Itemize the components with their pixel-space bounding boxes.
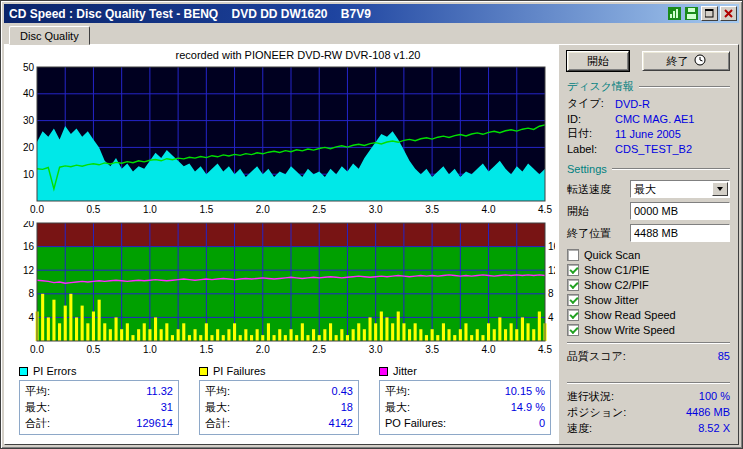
- po-failures-value: 0: [539, 417, 545, 429]
- tab-label: Disc Quality: [20, 30, 79, 42]
- quality-score-label: 品質スコア:: [567, 349, 626, 364]
- stats-row: PI Errors 平均:11.32 最大:31 合計:129614 PI Fa…: [11, 364, 559, 435]
- checkbox-box[interactable]: [567, 279, 579, 291]
- checkbox-show-c1-pie[interactable]: Show C1/PIE: [567, 262, 730, 277]
- svg-text:4: 4: [28, 312, 34, 323]
- graph-icon[interactable]: [667, 7, 682, 21]
- svg-text:8: 8: [28, 288, 34, 299]
- total-value: 129614: [136, 417, 173, 429]
- disc-type-row: タイプ:DVD-R: [567, 96, 730, 111]
- jitter-box: 平均:10.15 % 最大:14.9 % PO Failures:0: [379, 380, 551, 435]
- checkbox-label: Show Read Speed: [584, 309, 676, 321]
- svg-text:1.5: 1.5: [199, 344, 213, 355]
- settings-header: Settings: [567, 161, 730, 176]
- max-value: 31: [161, 401, 173, 413]
- checkbox-quick-scan[interactable]: Quick Scan: [567, 247, 730, 262]
- checkbox-label: Show Jitter: [584, 294, 638, 306]
- pi-failures-swatch: [199, 367, 208, 376]
- pi-failures-chart: 481216204812160.00.51.01.52.02.53.03.54.…: [11, 221, 559, 361]
- start-button-label: 開始: [587, 54, 609, 69]
- po-failures-label: PO Failures:: [385, 417, 446, 429]
- jitter-stats: Jitter 平均:10.15 % 最大:14.9 % PO Failures:…: [379, 364, 551, 435]
- chevron-down-icon[interactable]: [712, 182, 728, 196]
- close-button[interactable]: [720, 6, 737, 21]
- svg-text:3.0: 3.0: [369, 204, 383, 215]
- disc-label-row: Label:CDS_TEST_B2: [567, 141, 730, 156]
- start-button[interactable]: 開始: [567, 51, 629, 71]
- checkbox-show-read-speed[interactable]: Show Read Speed: [567, 307, 730, 322]
- checkbox-label: Show C2/PIF: [584, 279, 649, 291]
- checkbox-show-jitter[interactable]: Show Jitter: [567, 292, 730, 307]
- recorder-caption: recorded with PIONEER DVD-RW DVR-108 v1.…: [37, 49, 559, 63]
- end-position-input[interactable]: [630, 224, 730, 242]
- checkbox-show-write-speed[interactable]: Show Write Speed: [567, 322, 730, 337]
- end-pos-row: 終了位置: [567, 223, 730, 243]
- svg-text:4.5: 4.5: [538, 204, 552, 215]
- avg-label: 平均:: [205, 384, 230, 399]
- side-panel: 開始 終了 ディスク情報 タイプ:DVD-R ID:CMC MAG. AE1 日…: [559, 45, 738, 444]
- svg-text:40: 40: [23, 88, 35, 99]
- tab-bar: Disc Quality: [4, 23, 739, 44]
- max-label: 最大:: [25, 400, 50, 415]
- svg-text:1.5: 1.5: [199, 204, 213, 215]
- disc-date-row: 日付:11 June 2005: [567, 126, 730, 141]
- window-title: CD Speed : Disc Quality Test - BENQ DVD …: [9, 7, 667, 21]
- svg-text:1.0: 1.0: [143, 344, 157, 355]
- disc-info-header: ディスク情報: [567, 79, 730, 94]
- quality-score-value: 85: [718, 350, 730, 362]
- exit-button[interactable]: 終了: [642, 51, 730, 71]
- checkbox-label: Show Write Speed: [584, 324, 675, 336]
- svg-text:3.5: 3.5: [425, 344, 439, 355]
- svg-text:2.0: 2.0: [256, 344, 270, 355]
- svg-text:16: 16: [23, 241, 35, 252]
- svg-text:4: 4: [548, 312, 554, 323]
- position-row: ポジション:4486 MB: [567, 404, 730, 420]
- svg-text:8: 8: [548, 288, 554, 299]
- checkbox-label: Quick Scan: [584, 249, 640, 261]
- jitter-swatch: [379, 367, 388, 376]
- svg-text:30: 30: [23, 115, 35, 126]
- checkbox-box[interactable]: [567, 249, 579, 261]
- total-label: 合計:: [25, 416, 50, 431]
- pi-errors-swatch: [19, 367, 28, 376]
- start-position-input[interactable]: [630, 202, 730, 220]
- svg-text:4.5: 4.5: [538, 344, 552, 355]
- checkbox-show-c2-pif[interactable]: Show C2/PIF: [567, 277, 730, 292]
- svg-text:4.0: 4.0: [482, 204, 496, 215]
- checkbox-box[interactable]: [567, 324, 579, 336]
- separator: [567, 382, 730, 384]
- speed-label: 転送速度: [567, 182, 611, 197]
- quality-score-row: 品質スコア: 85: [567, 348, 730, 364]
- svg-text:2.5: 2.5: [312, 344, 326, 355]
- speed-select[interactable]: 最大: [630, 180, 730, 198]
- end-pos-label: 終了位置: [567, 226, 611, 241]
- checkbox-box[interactable]: [567, 294, 579, 306]
- svg-text:16: 16: [548, 241, 555, 252]
- svg-text:4.0: 4.0: [482, 344, 496, 355]
- svg-text:10: 10: [23, 169, 35, 180]
- start-pos-label: 開始: [567, 204, 589, 219]
- svg-text:20: 20: [23, 142, 35, 153]
- pi-errors-stats: PI Errors 平均:11.32 最大:31 合計:129614: [19, 364, 179, 435]
- pi-failures-legend-label: PI Failures: [213, 365, 266, 377]
- svg-text:3.5: 3.5: [425, 204, 439, 215]
- svg-text:2.0: 2.0: [256, 204, 270, 215]
- svg-text:0.0: 0.0: [30, 204, 44, 215]
- disc-id-row: ID:CMC MAG. AE1: [567, 111, 730, 126]
- maximize-button[interactable]: [701, 6, 718, 21]
- save-icon[interactable]: [684, 7, 699, 21]
- tab-disc-quality[interactable]: Disc Quality: [9, 26, 90, 45]
- checkbox-box[interactable]: [567, 309, 579, 321]
- chart-area: recorded with PIONEER DVD-RW DVR-108 v1.…: [5, 45, 559, 444]
- avg-label: 平均:: [385, 384, 410, 399]
- max-value: 18: [341, 401, 353, 413]
- checkbox-box[interactable]: [567, 264, 579, 276]
- separator: [567, 342, 730, 344]
- speed-row: 転送速度 最大: [567, 179, 730, 199]
- max-label: 最大:: [385, 400, 410, 415]
- total-value: 4142: [329, 417, 353, 429]
- svg-text:12: 12: [548, 265, 555, 276]
- exit-button-label: 終了: [667, 54, 689, 69]
- start-pos-row: 開始: [567, 201, 730, 221]
- svg-text:50: 50: [23, 63, 35, 73]
